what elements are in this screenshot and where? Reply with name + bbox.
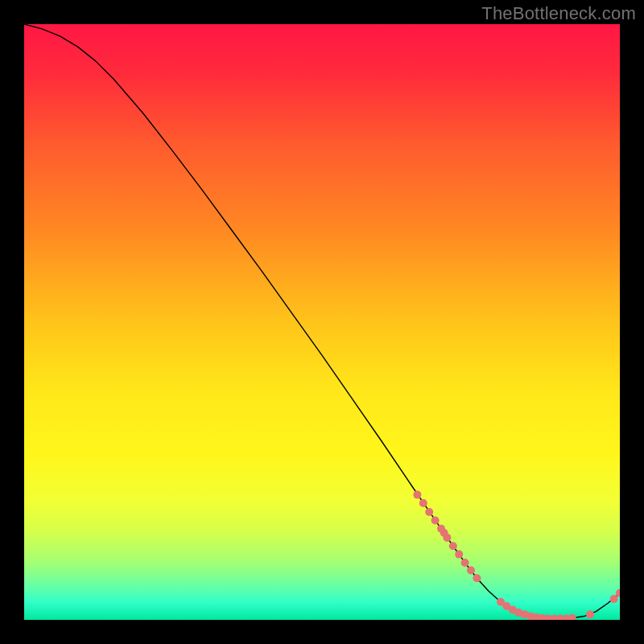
- data-point: [425, 508, 433, 516]
- data-point: [413, 491, 421, 499]
- data-point: [431, 516, 440, 524]
- data-point: [461, 559, 469, 567]
- data-point: [455, 551, 463, 559]
- chart-container: TheBottleneck.com: [0, 0, 644, 644]
- data-point: [419, 499, 427, 507]
- data-point: [473, 574, 481, 582]
- chart-background: [24, 24, 620, 620]
- line-chart: [24, 24, 620, 620]
- data-point: [610, 595, 618, 603]
- data-point: [586, 610, 594, 618]
- plot-area: [24, 24, 620, 620]
- data-point: [467, 567, 475, 575]
- data-point: [443, 534, 451, 542]
- data-point: [449, 542, 457, 550]
- watermark: TheBottleneck.com: [481, 3, 636, 24]
